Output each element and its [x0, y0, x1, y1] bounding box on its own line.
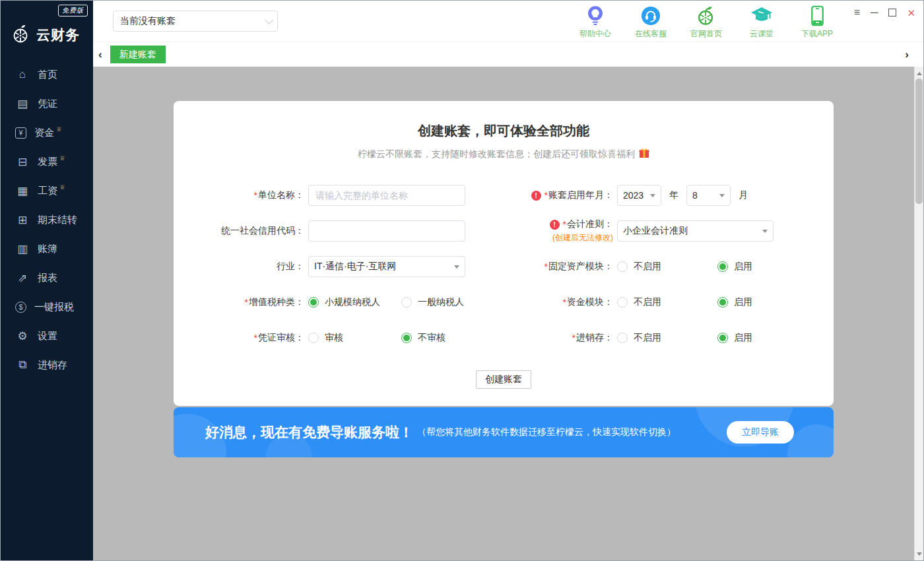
radio-selected-icon — [401, 333, 412, 343]
gift-icon — [639, 148, 649, 160]
create-account-set-button[interactable]: 创建账套 — [476, 370, 531, 389]
sidebar-item-invoice[interactable]: ⊟ 发票 ♕ — [1, 147, 93, 176]
radio-selected-icon — [308, 297, 319, 308]
industry-select[interactable]: IT·通信·电子·互联网 — [308, 256, 465, 277]
download-app-link[interactable]: 下载APP — [797, 5, 838, 40]
inventory-icon: ⧉ — [15, 358, 30, 372]
credit-code-input[interactable] — [308, 220, 465, 242]
start-month-select[interactable]: 8 — [686, 185, 731, 206]
dollar-circle-icon: $ — [15, 302, 26, 313]
accounting-standard-select[interactable]: 小企业会计准则 — [617, 220, 774, 242]
sidebar-item-tax-filing[interactable]: $ 一键报税 — [1, 292, 93, 321]
official-site-link[interactable]: 官网首页 — [686, 5, 727, 40]
topbar-links: 帮助中心 在线客服 — [575, 5, 838, 40]
radio-icon — [617, 261, 628, 272]
sidebar-item-label: 一键报税 — [34, 301, 74, 314]
inventory-enable-radio[interactable]: 启用 — [717, 332, 752, 344]
sidebar-item-period-end[interactable]: ⊞ 期末结转 — [1, 205, 93, 234]
industry-label: 行业： — [174, 261, 304, 273]
online-service-link[interactable]: 在线客服 — [630, 5, 671, 40]
banner-decoration — [787, 424, 834, 457]
sidebar-item-voucher[interactable]: ▤ 凭证 — [1, 89, 93, 118]
app-window: 免费版 云财务 ⌂ — [0, 0, 924, 561]
subtitle-text: 柠檬云不限账套，支持随时修改账套信息；创建后还可领取惊喜福利 — [358, 148, 635, 160]
sidebar-item-home[interactable]: ⌂ 首页 — [1, 60, 93, 89]
crown-icon: ♕ — [56, 125, 62, 133]
free-version-badge: 免费版 — [58, 5, 88, 16]
required-marker: * — [544, 190, 548, 201]
warning-icon: ! — [531, 191, 541, 201]
warning-icon: ! — [550, 220, 560, 230]
sidebar-item-label: 工资 — [38, 185, 57, 197]
inventory-label: * 进销存： — [504, 332, 613, 344]
headset-icon — [641, 5, 661, 27]
radio-selected-icon — [717, 297, 728, 308]
fixed-assets-enable-radio[interactable]: 启用 — [717, 261, 752, 273]
invoice-icon: ⊟ — [15, 155, 30, 169]
salary-card-icon: ▦ — [15, 184, 30, 198]
page-subtitle: 柠檬云不限账套，支持随时修改账套信息；创建后还可领取惊喜福利 — [174, 148, 834, 160]
company-name-input[interactable] — [308, 185, 465, 206]
top-link-label: 帮助中心 — [579, 28, 611, 40]
scroll-up-arrow-icon[interactable] — [915, 68, 923, 79]
required-marker: * — [544, 261, 548, 272]
maximize-button[interactable] — [888, 9, 896, 16]
company-name-label: * 单位名称： — [174, 189, 304, 201]
voucher-audit-yes-radio[interactable]: 审核 — [308, 332, 401, 344]
bulb-icon — [586, 5, 605, 27]
sidebar-item-label: 报表 — [38, 272, 57, 284]
start-year-select[interactable]: 2023 — [617, 185, 661, 206]
cloud-classroom-link[interactable]: 云课堂 — [741, 5, 782, 40]
import-service-banner: 好消息，现在有免费导账服务啦！ （帮您将其他财务软件数据迁移至柠檬云，快速实现软… — [174, 407, 834, 457]
sidebar-item-ledger[interactable]: ▥ 账簿 — [1, 234, 93, 263]
sidebar-item-settings[interactable]: ⚙ 设置 — [1, 321, 93, 350]
vat-small-scale-radio[interactable]: 小规模纳税人 — [308, 296, 401, 308]
required-marker: * — [563, 297, 566, 308]
account-set-select[interactable]: 当前没有账套 — [113, 11, 278, 32]
close-button[interactable]: ✕ — [907, 8, 915, 18]
create-account-set-card: 创建账套，即可体验全部功能 柠檬云不限账套，支持随时修改账套信息；创建后还可领取… — [174, 101, 834, 406]
sidebar-item-reports[interactable]: ⇗ 报表 — [1, 263, 93, 292]
help-center-link[interactable]: 帮助中心 — [575, 5, 616, 40]
topbar: 当前没有账套 帮助中心 — [93, 1, 923, 42]
funds-module-enable-radio[interactable]: 启用 — [717, 296, 752, 308]
tab-scroll-left-arrow[interactable]: ‹ — [93, 48, 108, 61]
vat-type-label: * 增值税种类： — [174, 296, 304, 308]
tab-scroll-right-arrow[interactable]: › — [900, 48, 914, 61]
required-marker: * — [563, 219, 566, 230]
scroll-down-arrow-icon[interactable] — [915, 548, 923, 559]
select-arrow-icon — [719, 194, 725, 197]
scrollbar-thumb[interactable] — [915, 79, 923, 204]
sidebar-item-label: 首页 — [38, 69, 57, 81]
funds-module-disable-radio[interactable]: 不启用 — [617, 296, 717, 308]
sidebar-header: 免费版 云财务 — [1, 1, 93, 48]
fixed-assets-label: * 固定资产模块： — [504, 261, 613, 273]
vat-general-radio[interactable]: 一般纳税人 — [401, 296, 464, 308]
chart-icon: ⇗ — [15, 271, 30, 285]
radio-selected-icon — [717, 261, 728, 272]
window-controls: ≡ ─ ✕ — [854, 7, 915, 18]
sidebar-menu: ⌂ 首页 ▤ 凭证 ¥ 资金 ♕ ⊟ 发票 ♕ ▦ 工资 ♕ — [1, 60, 93, 380]
crown-icon: ♕ — [59, 183, 65, 191]
vertical-scrollbar[interactable] — [914, 67, 923, 560]
month-unit-label: 月 — [739, 189, 748, 201]
minimize-button[interactable]: ─ — [871, 7, 878, 18]
voucher-icon: ▤ — [15, 97, 30, 111]
inventory-disable-radio[interactable]: 不启用 — [617, 332, 717, 344]
sidebar-item-label: 期末结转 — [38, 214, 77, 226]
sidebar-item-funds[interactable]: ¥ 资金 ♕ — [1, 118, 93, 147]
menu-icon[interactable]: ≡ — [854, 7, 860, 18]
tab-new-account-set[interactable]: 新建账套 — [110, 46, 166, 63]
select-arrow-icon — [762, 230, 768, 233]
sidebar-item-salary[interactable]: ▦ 工资 ♕ — [1, 176, 93, 205]
sidebar-item-label: 设置 — [38, 330, 57, 343]
lemon-logo-icon — [11, 23, 31, 47]
import-now-button[interactable]: 立即导账 — [727, 421, 794, 444]
book-icon: ▥ — [15, 242, 30, 256]
sidebar-item-label: 凭证 — [38, 98, 57, 110]
sidebar-item-inventory[interactable]: ⧉ 进销存 — [1, 350, 93, 380]
voucher-audit-no-radio[interactable]: 不审核 — [401, 332, 446, 344]
sidebar: 免费版 云财务 ⌂ — [1, 1, 93, 560]
fixed-assets-disable-radio[interactable]: 不启用 — [617, 261, 717, 273]
radio-icon — [617, 333, 628, 343]
